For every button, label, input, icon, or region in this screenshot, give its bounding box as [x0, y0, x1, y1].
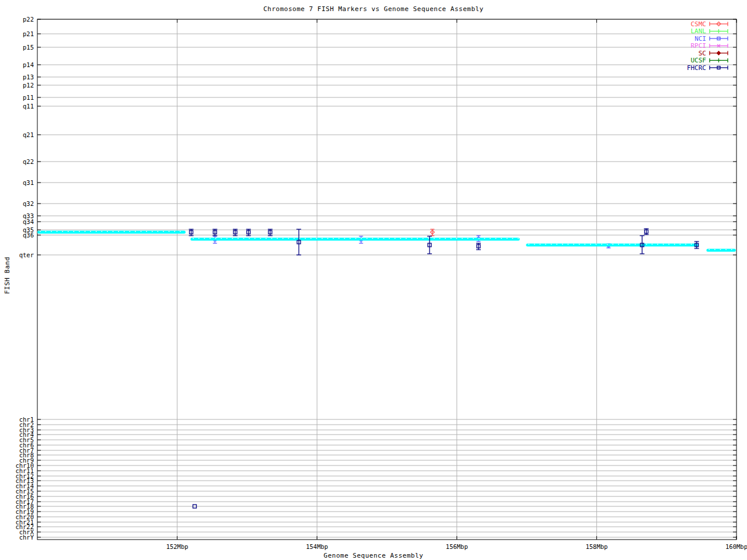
x-tick-label: 152Mbp — [166, 543, 189, 550]
y-tick-label: p13 — [23, 74, 34, 80]
legend-label-rpci: RPCI — [691, 42, 707, 50]
x-tick-label: 158Mbp — [585, 543, 608, 550]
y-tick-label: p11 — [23, 94, 34, 101]
y-tick-label: chrY — [19, 534, 34, 541]
y-tick-label: p21 — [23, 30, 34, 37]
chart-page: { "chart_data": { "type": "scatter", "ti… — [0, 0, 747, 560]
marker-diamond-filled — [717, 51, 721, 55]
legend-label-sc: SC — [699, 50, 706, 57]
assembly-band — [190, 238, 519, 241]
y-tick-label: q31 — [23, 179, 34, 186]
legend-label-fhcrc: FHCRC — [687, 64, 706, 72]
x-tick-label: 154Mbp — [306, 543, 328, 550]
y-tick-label: q34 — [23, 218, 34, 225]
assembly-band — [526, 244, 699, 247]
legend-label-ucsf: UCSF — [691, 57, 707, 64]
legend-label-csmc: CSMC — [691, 20, 707, 28]
y-tick-label: p14 — [23, 61, 34, 68]
y-tick-label: q21 — [23, 131, 34, 138]
y-tick-label: p12 — [23, 82, 34, 89]
y-tick-label: q22 — [23, 158, 34, 165]
y-tick-label: q11 — [23, 103, 34, 110]
y-tick-label: q32 — [23, 200, 34, 207]
y-tick-label: q36 — [23, 232, 34, 239]
legend-label-lanl: LANL — [691, 27, 707, 35]
y-tick-label: p15 — [23, 44, 34, 51]
legend-label-nci: NCI — [694, 35, 706, 43]
y-tick-label: p22 — [23, 16, 34, 23]
x-tick-label: 156Mbp — [446, 543, 468, 550]
y-tick-label: qter — [19, 251, 34, 258]
x-tick-label: 160Mbp — [725, 543, 747, 550]
plot-canvas: p22p21p15p14p13p12p11q11q21q22q31q32q33q… — [0, 0, 747, 560]
